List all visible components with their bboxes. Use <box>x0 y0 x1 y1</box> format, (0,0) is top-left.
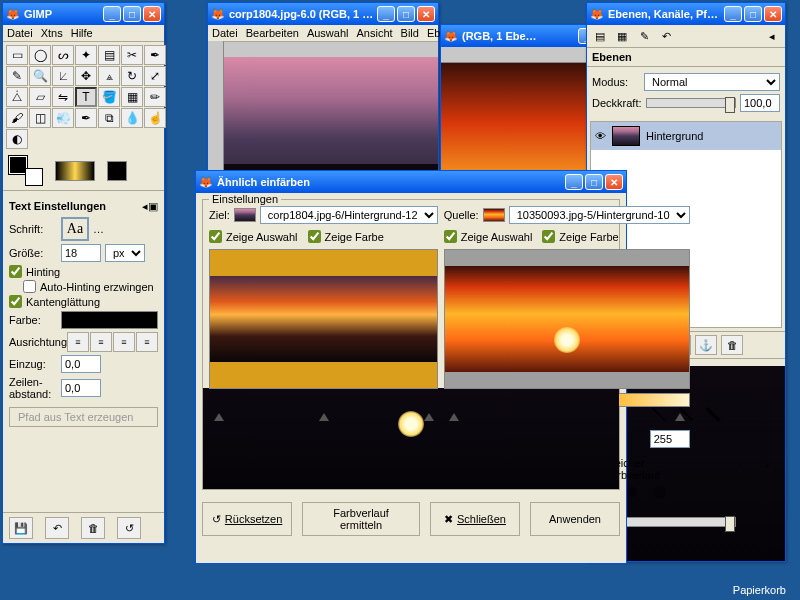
lasso-tool[interactable]: ᔕ <box>52 45 74 65</box>
source-show-color-checkbox[interactable] <box>542 230 555 243</box>
blend-tool[interactable]: ▦ <box>121 87 143 107</box>
delete-layer-button[interactable]: 🗑 <box>721 335 743 355</box>
img1-titlebar[interactable]: 🦊 corp1804.jpg-6.0 (RGB, 1 Eben… _□✕ <box>208 3 438 25</box>
crop-tool[interactable]: ⟁ <box>98 66 120 86</box>
undo-tab-icon[interactable]: ↶ <box>657 28 675 44</box>
indent-input[interactable] <box>61 355 101 373</box>
recycle-bin-label[interactable]: Papierkorb <box>733 584 786 596</box>
layer-name[interactable]: Hintergrund <box>646 130 703 142</box>
minimize-button[interactable]: _ <box>565 174 583 190</box>
target-select[interactable]: corp1804.jpg-6/Hintergrund-12 <box>260 206 438 224</box>
horizontal-ruler[interactable] <box>208 42 438 58</box>
blur-tool[interactable]: 💧 <box>121 108 143 128</box>
menu-hilfe[interactable]: Hilfe <box>71 27 93 39</box>
source-show-sel-checkbox[interactable] <box>444 230 457 243</box>
close-button[interactable]: ✕ <box>143 6 161 22</box>
source-preview[interactable] <box>444 249 690 389</box>
flip-tool[interactable]: ⇋ <box>52 87 74 107</box>
clone-tool[interactable]: ⧉ <box>98 108 120 128</box>
perspective-tool[interactable]: ▱ <box>29 87 51 107</box>
toolbox-titlebar[interactable]: 🦊 GIMP _ □ ✕ <box>3 3 164 25</box>
layers-titlebar[interactable]: 🦊 Ebenen, Kanäle, Pfade… _□✕ <box>587 3 785 25</box>
size-unit-select[interactable]: px <box>105 244 145 262</box>
rect-select-tool[interactable]: ▭ <box>6 45 28 65</box>
move-tool[interactable]: ✥ <box>75 66 97 86</box>
shear-tool[interactable]: ⧊ <box>6 87 28 107</box>
layer-thumbnail[interactable] <box>612 126 640 146</box>
paintbrush-tool[interactable]: 🖌 <box>6 108 28 128</box>
font-button[interactable]: Aa <box>61 217 89 241</box>
layers-tab-icon[interactable]: ▤ <box>591 28 609 44</box>
menu-datei[interactable]: Datei <box>212 27 238 39</box>
color-select-tool[interactable]: ▤ <box>98 45 120 65</box>
source-select[interactable]: 10350093.jpg-5/Hintergrund-10 <box>509 206 690 224</box>
brush-swatch[interactable] <box>107 161 127 181</box>
layer-row[interactable]: 👁 Hintergrund <box>591 122 781 150</box>
gradient-swatch[interactable] <box>55 161 95 181</box>
paths-tool[interactable]: ✒ <box>144 45 166 65</box>
smudge-tool[interactable]: ☝ <box>144 108 166 128</box>
minimize-button[interactable]: _ <box>377 6 395 22</box>
menu-ansicht[interactable]: Ansicht <box>356 27 392 39</box>
opacity-input[interactable] <box>740 94 780 112</box>
menu-bearbeiten[interactable]: Bearbeiten <box>246 27 299 39</box>
target-show-color-checkbox[interactable] <box>308 230 321 243</box>
color-swatch-button[interactable] <box>61 311 158 329</box>
scale-tool[interactable]: ⤢ <box>144 66 166 86</box>
magnify-tool[interactable]: 🔍 <box>29 66 51 86</box>
maximize-button[interactable]: □ <box>585 174 603 190</box>
bucket-tool[interactable]: 🪣 <box>98 87 120 107</box>
pencil-tool[interactable]: ✏ <box>144 87 166 107</box>
maximize-button[interactable]: □ <box>397 6 415 22</box>
maximize-button[interactable]: □ <box>123 6 141 22</box>
get-gradient-button[interactable]: Farbverlauf ermitteln <box>302 502 420 536</box>
airbrush-tool[interactable]: 💨 <box>52 108 74 128</box>
minimize-button[interactable]: _ <box>103 6 121 22</box>
close-button[interactable]: ✕ <box>605 174 623 190</box>
anchor-layer-button[interactable]: ⚓ <box>695 335 717 355</box>
options-menu-icon[interactable]: ◂▣ <box>142 200 158 213</box>
justify-left-button[interactable]: ≡ <box>67 332 89 352</box>
antialias-checkbox[interactable] <box>9 295 22 308</box>
text-tool[interactable]: T <box>75 87 97 107</box>
hinting-checkbox[interactable] <box>9 265 22 278</box>
apply-button[interactable]: Anwenden <box>530 502 620 536</box>
target-slider[interactable] <box>444 413 690 421</box>
menu-bild[interactable]: Bild <box>401 27 419 39</box>
color-picker-tool[interactable]: ✎ <box>6 66 28 86</box>
menu-xtns[interactable]: Xtns <box>41 27 63 39</box>
save-options-button[interactable]: 💾 <box>9 517 33 539</box>
zv2-input[interactable] <box>650 430 690 448</box>
justify-right-button[interactable]: ≡ <box>90 332 112 352</box>
autohint-checkbox[interactable] <box>23 280 36 293</box>
layer-eye-icon[interactable]: 👁 <box>595 130 606 142</box>
delete-options-button[interactable]: 🗑 <box>81 517 105 539</box>
measure-tool[interactable]: ⟀ <box>52 66 74 86</box>
justify-fill-button[interactable]: ≡ <box>136 332 158 352</box>
dodge-tool[interactable]: ◐ <box>6 129 28 149</box>
menu-auswahl[interactable]: Auswahl <box>307 27 349 39</box>
minimize-button[interactable]: _ <box>724 6 742 22</box>
reset-button[interactable]: ↺ Rücksetzen <box>202 502 292 536</box>
spacing-slider[interactable] <box>622 517 736 527</box>
tab-menu-icon[interactable]: ◂ <box>763 28 781 44</box>
fg-bg-swatch[interactable] <box>9 156 43 186</box>
ellipse-select-tool[interactable]: ◯ <box>29 45 51 65</box>
target-preview[interactable] <box>209 249 438 389</box>
close-button[interactable]: ✕ <box>417 6 435 22</box>
linespace-input[interactable] <box>61 379 101 397</box>
menu-datei[interactable]: Datei <box>7 27 33 39</box>
channels-tab-icon[interactable]: ▦ <box>613 28 631 44</box>
dialog-titlebar[interactable]: 🦊 Ähnlich einfärben _□✕ <box>196 171 626 193</box>
mode-select[interactable]: Normal <box>644 73 780 91</box>
reset-options-button[interactable]: ↺ <box>117 517 141 539</box>
maximize-button[interactable]: □ <box>744 6 762 22</box>
font-selector-button[interactable]: … <box>93 223 104 235</box>
justify-center-button[interactable]: ≡ <box>113 332 135 352</box>
close-button[interactable]: ✕ <box>764 6 782 22</box>
eraser-tool[interactable]: ◫ <box>29 108 51 128</box>
paths-tab-icon[interactable]: ✎ <box>635 28 653 44</box>
opacity-slider[interactable] <box>646 98 736 108</box>
size-input[interactable] <box>61 244 101 262</box>
scissors-tool[interactable]: ✂ <box>121 45 143 65</box>
